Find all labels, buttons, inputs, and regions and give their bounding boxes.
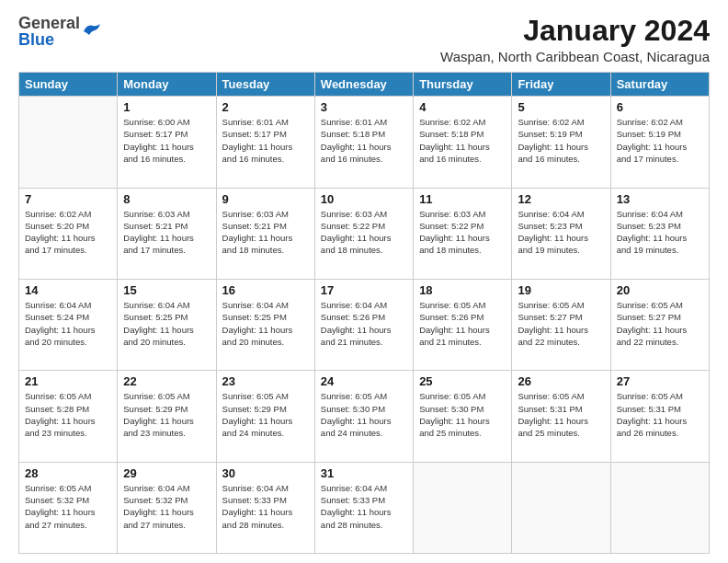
logo-general: General — [18, 15, 80, 31]
logo: General Blue — [18, 15, 102, 48]
subtitle: Waspan, North Caribbean Coast, Nicaragua — [440, 49, 710, 64]
table-row: 5Sunrise: 6:02 AMSunset: 5:19 PMDaylight… — [512, 97, 610, 188]
day-info: Sunrise: 6:04 AMSunset: 5:33 PMDaylight:… — [222, 482, 309, 531]
table-row: 15Sunrise: 6:04 AMSunset: 5:25 PMDayligh… — [118, 279, 216, 370]
table-row: 9Sunrise: 6:03 AMSunset: 5:21 PMDaylight… — [216, 188, 314, 279]
table-row: 27Sunrise: 6:05 AMSunset: 5:31 PMDayligh… — [610, 371, 709, 462]
title-block: January 2024 Waspan, North Caribbean Coa… — [440, 15, 710, 64]
day-info: Sunrise: 6:05 AMSunset: 5:26 PMDaylight:… — [419, 299, 506, 348]
day-number: 8 — [123, 192, 210, 206]
day-info: Sunrise: 6:05 AMSunset: 5:30 PMDaylight:… — [321, 390, 407, 439]
day-info: Sunrise: 6:04 AMSunset: 5:26 PMDaylight:… — [321, 299, 407, 348]
table-row — [610, 462, 709, 553]
day-info: Sunrise: 6:05 AMSunset: 5:31 PMDaylight:… — [617, 390, 703, 439]
calendar-table: Sunday Monday Tuesday Wednesday Thursday… — [18, 72, 710, 554]
day-number: 14 — [25, 283, 111, 297]
day-info: Sunrise: 6:01 AMSunset: 5:18 PMDaylight:… — [321, 116, 407, 165]
col-friday: Friday — [512, 73, 610, 97]
table-row: 19Sunrise: 6:05 AMSunset: 5:27 PMDayligh… — [512, 279, 610, 370]
main-title: January 2024 — [440, 15, 710, 47]
day-info: Sunrise: 6:05 AMSunset: 5:29 PMDaylight:… — [222, 390, 309, 439]
day-number: 31 — [321, 466, 407, 480]
day-number: 17 — [321, 283, 407, 297]
day-number: 26 — [518, 374, 604, 388]
day-number: 28 — [25, 466, 111, 480]
col-thursday: Thursday — [414, 73, 512, 97]
day-number: 29 — [123, 466, 210, 480]
table-row: 26Sunrise: 6:05 AMSunset: 5:31 PMDayligh… — [512, 371, 610, 462]
table-row: 22Sunrise: 6:05 AMSunset: 5:29 PMDayligh… — [118, 371, 216, 462]
day-info: Sunrise: 6:05 AMSunset: 5:31 PMDaylight:… — [518, 390, 604, 439]
day-number: 16 — [222, 283, 309, 297]
table-row: 30Sunrise: 6:04 AMSunset: 5:33 PMDayligh… — [216, 462, 314, 553]
table-row: 21Sunrise: 6:05 AMSunset: 5:28 PMDayligh… — [19, 371, 118, 462]
bird-icon — [82, 22, 102, 39]
col-wednesday: Wednesday — [314, 73, 413, 97]
col-tuesday: Tuesday — [216, 73, 314, 97]
day-number: 11 — [419, 192, 506, 206]
day-number: 13 — [617, 192, 703, 206]
day-info: Sunrise: 6:02 AMSunset: 5:19 PMDaylight:… — [617, 116, 703, 165]
day-info: Sunrise: 6:02 AMSunset: 5:20 PMDaylight:… — [25, 208, 111, 257]
table-row: 29Sunrise: 6:04 AMSunset: 5:32 PMDayligh… — [118, 462, 216, 553]
table-row — [512, 462, 610, 553]
day-info: Sunrise: 6:02 AMSunset: 5:18 PMDaylight:… — [419, 116, 506, 165]
day-info: Sunrise: 6:05 AMSunset: 5:32 PMDaylight:… — [25, 482, 111, 531]
logo-name: General Blue — [18, 15, 80, 48]
calendar-header-row: Sunday Monday Tuesday Wednesday Thursday… — [19, 73, 710, 97]
day-info: Sunrise: 6:05 AMSunset: 5:29 PMDaylight:… — [123, 390, 210, 439]
calendar-week-row: 1Sunrise: 6:00 AMSunset: 5:17 PMDaylight… — [19, 97, 710, 188]
table-row: 25Sunrise: 6:05 AMSunset: 5:30 PMDayligh… — [414, 371, 512, 462]
day-number: 1 — [123, 100, 210, 114]
table-row: 14Sunrise: 6:04 AMSunset: 5:24 PMDayligh… — [19, 279, 118, 370]
table-row: 2Sunrise: 6:01 AMSunset: 5:17 PMDaylight… — [216, 97, 314, 188]
day-info: Sunrise: 6:03 AMSunset: 5:22 PMDaylight:… — [321, 208, 407, 257]
table-row: 20Sunrise: 6:05 AMSunset: 5:27 PMDayligh… — [610, 279, 709, 370]
day-number: 21 — [25, 374, 111, 388]
day-info: Sunrise: 6:05 AMSunset: 5:27 PMDaylight:… — [617, 299, 703, 348]
day-info: Sunrise: 6:04 AMSunset: 5:33 PMDaylight:… — [321, 482, 407, 531]
day-number: 24 — [321, 374, 407, 388]
day-number: 19 — [518, 283, 604, 297]
day-info: Sunrise: 6:01 AMSunset: 5:17 PMDaylight:… — [222, 116, 309, 165]
day-number: 25 — [419, 374, 506, 388]
day-number: 27 — [617, 374, 703, 388]
day-info: Sunrise: 6:04 AMSunset: 5:23 PMDaylight:… — [518, 208, 604, 257]
logo-blue: Blue — [18, 31, 80, 48]
col-monday: Monday — [118, 73, 216, 97]
day-info: Sunrise: 6:04 AMSunset: 5:23 PMDaylight:… — [617, 208, 703, 257]
day-number: 5 — [518, 100, 604, 114]
day-info: Sunrise: 6:04 AMSunset: 5:25 PMDaylight:… — [123, 299, 210, 348]
day-number: 30 — [222, 466, 309, 480]
table-row: 13Sunrise: 6:04 AMSunset: 5:23 PMDayligh… — [610, 188, 709, 279]
day-number: 2 — [222, 100, 309, 114]
table-row: 10Sunrise: 6:03 AMSunset: 5:22 PMDayligh… — [314, 188, 413, 279]
day-info: Sunrise: 6:03 AMSunset: 5:21 PMDaylight:… — [222, 208, 309, 257]
table-row: 31Sunrise: 6:04 AMSunset: 5:33 PMDayligh… — [314, 462, 413, 553]
day-number: 22 — [123, 374, 210, 388]
day-info: Sunrise: 6:05 AMSunset: 5:30 PMDaylight:… — [419, 390, 506, 439]
day-info: Sunrise: 6:03 AMSunset: 5:22 PMDaylight:… — [419, 208, 506, 257]
day-number: 20 — [617, 283, 703, 297]
calendar-week-row: 21Sunrise: 6:05 AMSunset: 5:28 PMDayligh… — [19, 371, 710, 462]
day-number: 7 — [25, 192, 111, 206]
day-number: 23 — [222, 374, 309, 388]
day-info: Sunrise: 6:05 AMSunset: 5:28 PMDaylight:… — [25, 390, 111, 439]
day-number: 12 — [518, 192, 604, 206]
col-saturday: Saturday — [610, 73, 709, 97]
table-row: 18Sunrise: 6:05 AMSunset: 5:26 PMDayligh… — [414, 279, 512, 370]
day-info: Sunrise: 6:00 AMSunset: 5:17 PMDaylight:… — [123, 116, 210, 165]
table-row — [19, 97, 118, 188]
table-row: 16Sunrise: 6:04 AMSunset: 5:25 PMDayligh… — [216, 279, 314, 370]
table-row: 8Sunrise: 6:03 AMSunset: 5:21 PMDaylight… — [118, 188, 216, 279]
day-number: 9 — [222, 192, 309, 206]
table-row: 3Sunrise: 6:01 AMSunset: 5:18 PMDaylight… — [314, 97, 413, 188]
day-info: Sunrise: 6:04 AMSunset: 5:25 PMDaylight:… — [222, 299, 309, 348]
calendar-week-row: 14Sunrise: 6:04 AMSunset: 5:24 PMDayligh… — [19, 279, 710, 370]
day-number: 15 — [123, 283, 210, 297]
table-row: 17Sunrise: 6:04 AMSunset: 5:26 PMDayligh… — [314, 279, 413, 370]
day-number: 4 — [419, 100, 506, 114]
table-row: 4Sunrise: 6:02 AMSunset: 5:18 PMDaylight… — [414, 97, 512, 188]
day-number: 10 — [321, 192, 407, 206]
calendar-week-row: 28Sunrise: 6:05 AMSunset: 5:32 PMDayligh… — [19, 462, 710, 553]
